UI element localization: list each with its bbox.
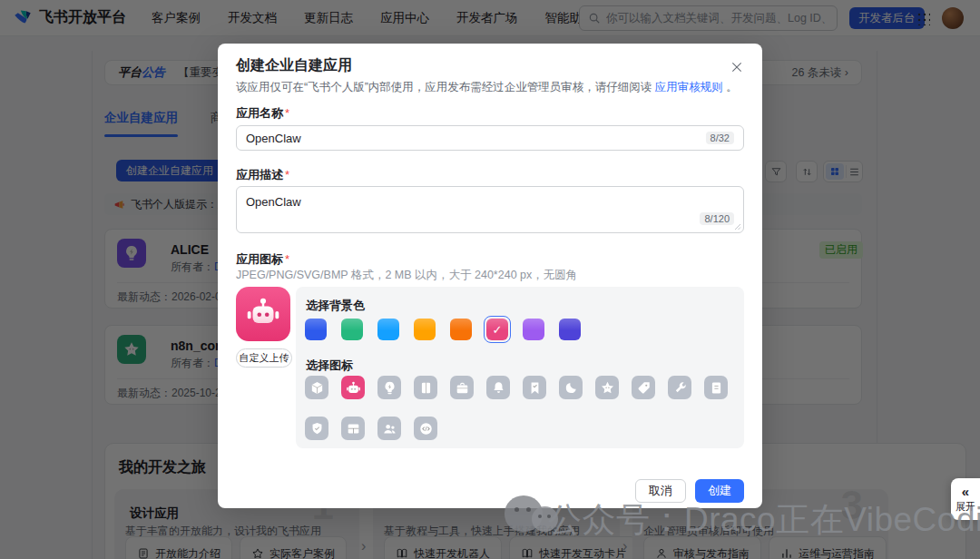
app-icon-preview bbox=[236, 287, 290, 341]
document-icon[interactable] bbox=[704, 376, 728, 399]
create-app-modal: 创建企业自建应用 该应用仅可在“飞书个人版”内部使用，应用发布需经过企业管理员审… bbox=[218, 44, 762, 508]
check-icon: ✓ bbox=[493, 323, 503, 337]
icon-row-2 bbox=[305, 417, 450, 440]
moon-icon[interactable] bbox=[559, 376, 583, 399]
custom-upload-button[interactable]: 自定义上传 bbox=[236, 348, 292, 368]
name-input[interactable]: OpenClaw 8/32 bbox=[236, 125, 744, 151]
wrench-icon[interactable] bbox=[668, 376, 691, 399]
icon-row-1 bbox=[305, 376, 740, 399]
close-icon[interactable] bbox=[728, 58, 746, 76]
icon-section-label: 选择图标 bbox=[306, 358, 353, 374]
bg-color-swatch[interactable] bbox=[556, 316, 583, 343]
briefcase-icon[interactable] bbox=[450, 376, 474, 399]
bg-color-swatch[interactable] bbox=[375, 316, 402, 343]
bg-color-swatches: ✓ bbox=[302, 316, 593, 343]
bg-color-swatch[interactable] bbox=[447, 316, 475, 343]
code-icon[interactable] bbox=[414, 417, 437, 440]
robot-preview-icon bbox=[242, 293, 284, 335]
resize-handle-icon[interactable] bbox=[734, 223, 741, 230]
icon-picker-panel: 选择背景色 ✓ 选择图标 bbox=[296, 287, 744, 448]
desc-label: 应用描述* bbox=[236, 167, 289, 183]
modal-footer: 取消 创建 bbox=[635, 479, 744, 503]
name-value: OpenClaw bbox=[246, 132, 706, 145]
expand-sidebar-tab[interactable]: « 展开 bbox=[951, 478, 980, 520]
desc-value: OpenClaw bbox=[246, 195, 301, 209]
screen: 飞书开放平台 客户案例开发文档更新日志应用中心开发者广场智能助手 你可以输入文档… bbox=[0, 0, 980, 559]
create-button[interactable]: 创建 bbox=[695, 479, 744, 503]
bg-color-swatch[interactable]: ✓ bbox=[484, 316, 511, 343]
bg-color-swatch[interactable] bbox=[338, 316, 366, 343]
name-label: 应用名称* bbox=[236, 105, 289, 122]
layout-icon[interactable] bbox=[341, 417, 365, 440]
modal-subtitle: 该应用仅可在“飞书个人版”内部使用，应用发布需经过企业管理员审核，请仔细阅读 应… bbox=[236, 80, 738, 95]
shield-icon[interactable] bbox=[305, 417, 328, 440]
robot-icon[interactable] bbox=[341, 376, 365, 399]
users-icon[interactable] bbox=[377, 417, 401, 440]
modal-title: 创建企业自建应用 bbox=[236, 56, 352, 75]
cube-icon[interactable] bbox=[305, 376, 328, 399]
name-counter: 8/32 bbox=[706, 132, 734, 144]
review-rules-link[interactable]: 应用审核规则 bbox=[655, 81, 723, 93]
desc-counter: 8/120 bbox=[700, 212, 734, 225]
bookmark-icon[interactable] bbox=[523, 376, 546, 399]
bg-color-swatch[interactable] bbox=[520, 316, 547, 343]
expand-label: 展开 bbox=[956, 500, 975, 514]
star-icon[interactable] bbox=[595, 376, 619, 399]
bulb-icon[interactable] bbox=[377, 376, 401, 399]
bg-color-swatch[interactable] bbox=[411, 316, 438, 343]
book-icon[interactable] bbox=[414, 376, 437, 399]
cancel-button[interactable]: 取消 bbox=[635, 479, 686, 503]
bell-icon[interactable] bbox=[486, 376, 510, 399]
bg-color-section-label: 选择背景色 bbox=[306, 298, 365, 314]
icon-hint: JPEG/PNG/SVG/BMP 格式，2 MB 以内，大于 240*240 p… bbox=[236, 268, 577, 283]
desc-textarea[interactable]: OpenClaw 8/120 bbox=[236, 186, 744, 233]
double-chevron-left-icon: « bbox=[962, 485, 969, 498]
icon-label: 应用图标* bbox=[236, 251, 289, 268]
tag-icon[interactable] bbox=[632, 376, 655, 399]
bg-color-swatch[interactable] bbox=[302, 316, 329, 343]
